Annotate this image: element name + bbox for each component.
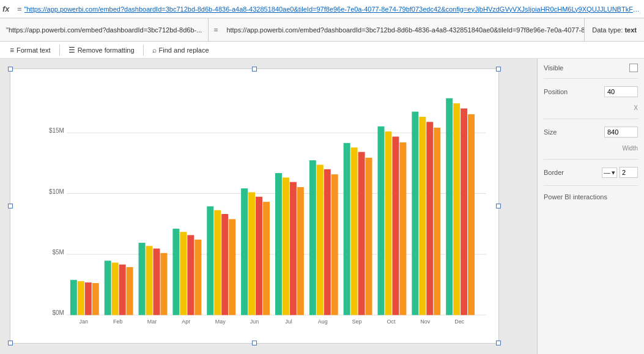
- svg-rect-66: [468, 114, 475, 315]
- handle-br[interactable]: [496, 341, 501, 345]
- svg-rect-41: [297, 187, 304, 315]
- chart-svg: $0M $5M $10M $15M Jan: [41, 75, 492, 325]
- svg-text:Aug: Aug: [318, 319, 328, 325]
- canvas-area[interactable]: $0M $5M $10M $15M Jan: [0, 59, 537, 354]
- svg-rect-33: [241, 188, 248, 315]
- handle-tr[interactable]: [496, 67, 501, 72]
- format-text-label: Format text: [17, 46, 51, 54]
- border-label: Border: [544, 169, 564, 176]
- svg-rect-13: [105, 260, 111, 315]
- handle-mr[interactable]: [496, 204, 501, 208]
- svg-rect-38: [275, 173, 282, 315]
- svg-text:Jun: Jun: [250, 319, 259, 325]
- svg-rect-21: [160, 253, 167, 315]
- position-label: Position: [544, 88, 568, 95]
- formula-text: "https://app.powerbi.com/embed?dashboard…: [24, 6, 642, 13]
- svg-text:Oct: Oct: [387, 319, 395, 325]
- panel-divider-3: [544, 159, 638, 160]
- panel-divider-1: [544, 78, 638, 79]
- svg-rect-54: [385, 131, 391, 315]
- remove-formatting-icon: ☰: [68, 46, 75, 54]
- visible-row: Visible: [544, 64, 638, 72]
- svg-text:May: May: [215, 319, 226, 325]
- svg-rect-64: [453, 103, 460, 315]
- remove-formatting-label: Remove formatting: [78, 46, 135, 54]
- remove-formatting-button[interactable]: ☰ Remove formatting: [64, 44, 139, 56]
- svg-rect-28: [207, 206, 213, 315]
- svg-text:Nov: Nov: [420, 319, 430, 325]
- svg-rect-25: [187, 235, 194, 315]
- visible-checkbox[interactable]: [629, 64, 638, 72]
- toolbar-row: ≡ Format text ☰ Remove formatting ⌕ Find…: [0, 42, 644, 59]
- power-bi-row: Power BI interactions: [544, 192, 638, 202]
- svg-rect-63: [446, 98, 453, 315]
- svg-rect-15: [119, 265, 126, 315]
- border-controls: — ▾: [602, 167, 638, 178]
- position-sub-row: X: [544, 103, 638, 112]
- toolbar-separator-1: [59, 45, 60, 56]
- svg-text:Sep: Sep: [352, 319, 362, 325]
- data-type-value: text: [624, 26, 637, 34]
- svg-rect-46: [331, 174, 338, 315]
- formula-equals: =: [17, 4, 22, 13]
- svg-text:Mar: Mar: [147, 319, 157, 325]
- svg-rect-51: [366, 158, 372, 315]
- svg-rect-59: [419, 117, 426, 315]
- size-row: Size: [544, 125, 638, 139]
- panel-divider-4: [544, 185, 638, 186]
- svg-text:Apr: Apr: [182, 319, 190, 325]
- border-line-select[interactable]: — ▾: [602, 168, 617, 178]
- handle-bm[interactable]: [252, 341, 257, 345]
- svg-rect-20: [154, 249, 160, 315]
- svg-rect-53: [378, 127, 385, 315]
- fx-label: fx: [2, 4, 13, 13]
- find-replace-icon: ⌕: [152, 46, 157, 54]
- svg-rect-39: [283, 177, 289, 315]
- format-text-icon: ≡: [10, 46, 14, 54]
- size-sub-row: Width: [544, 144, 638, 153]
- data-type-label: Data type: text: [584, 18, 644, 41]
- handle-tl[interactable]: [8, 67, 13, 72]
- handle-ml[interactable]: [8, 204, 13, 208]
- position-row: Position: [544, 85, 638, 98]
- cell-ref-label: "https://app.powerbi.com/embed?dashboard…: [0, 18, 209, 41]
- main-area: $0M $5M $10M $15M Jan: [0, 59, 644, 354]
- svg-rect-48: [344, 143, 350, 315]
- cell-ref-row: "https://app.powerbi.com/embed?dashboard…: [0, 18, 644, 42]
- position-input[interactable]: [604, 86, 638, 97]
- size-sub-label: Width: [622, 145, 638, 152]
- power-bi-label: Power BI interactions: [544, 193, 607, 201]
- svg-text:$5M: $5M: [52, 249, 64, 256]
- svg-rect-24: [180, 232, 187, 315]
- svg-rect-56: [399, 142, 406, 315]
- border-line-icon: —: [604, 169, 610, 176]
- svg-rect-9: [78, 281, 84, 315]
- handle-bl[interactable]: [8, 341, 13, 345]
- find-replace-label: Find and replace: [159, 46, 209, 54]
- svg-text:$10M: $10M: [49, 188, 64, 194]
- svg-rect-36: [263, 202, 270, 315]
- data-type-text: Data type:: [592, 26, 623, 34]
- cell-ref-equals: =: [209, 18, 223, 41]
- svg-rect-61: [434, 128, 440, 315]
- svg-rect-31: [229, 219, 235, 315]
- border-width-input[interactable]: [620, 167, 638, 178]
- find-replace-button[interactable]: ⌕ Find and replace: [147, 44, 214, 56]
- svg-text:$15M: $15M: [49, 127, 64, 134]
- svg-rect-30: [221, 214, 228, 315]
- svg-text:Dec: Dec: [454, 319, 464, 325]
- size-input[interactable]: [604, 127, 638, 138]
- format-text-button[interactable]: ≡ Format text: [5, 44, 56, 56]
- svg-rect-16: [127, 267, 133, 315]
- svg-text:Feb: Feb: [113, 319, 122, 325]
- svg-rect-14: [112, 263, 119, 315]
- svg-rect-65: [461, 108, 467, 315]
- handle-tm[interactable]: [252, 67, 257, 72]
- svg-rect-45: [324, 169, 331, 315]
- toolbar-separator-2: [143, 45, 144, 56]
- svg-rect-35: [256, 197, 262, 315]
- right-panel: Visible Position X Size Width Border —: [537, 59, 644, 354]
- svg-rect-44: [317, 164, 324, 315]
- svg-rect-34: [248, 192, 255, 315]
- chart-container[interactable]: $0M $5M $10M $15M Jan: [10, 68, 499, 344]
